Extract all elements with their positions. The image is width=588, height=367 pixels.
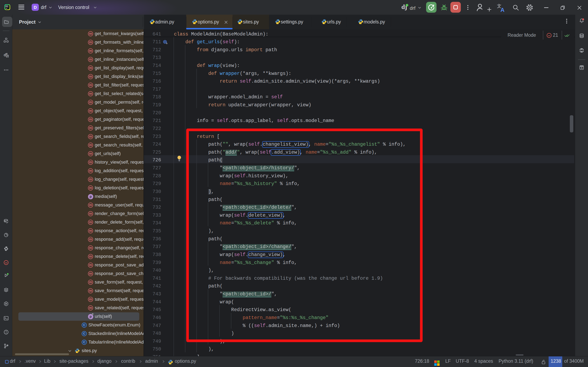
svg-text:A: A xyxy=(581,67,583,70)
svg-text:d: d xyxy=(4,52,6,57)
svg-text:A: A xyxy=(500,7,504,12)
